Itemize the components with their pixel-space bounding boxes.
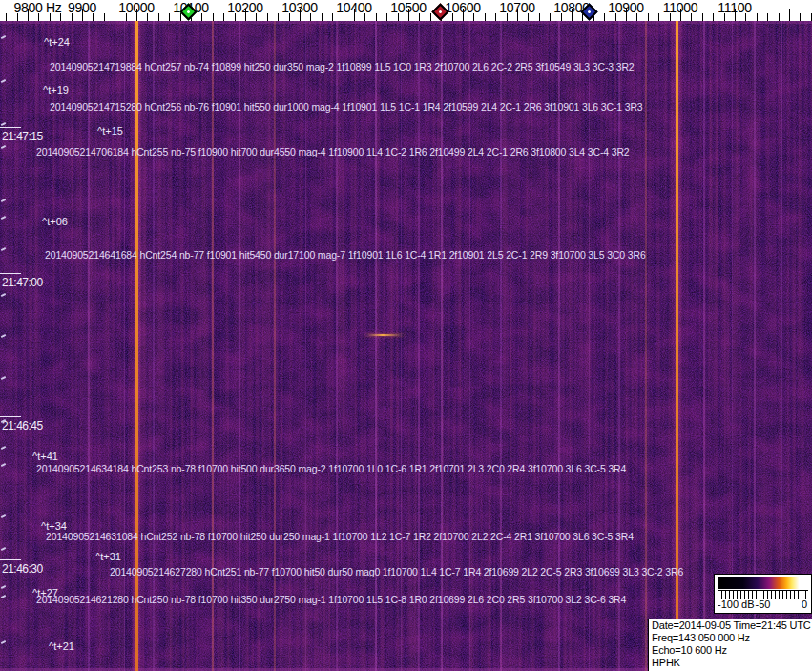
ruler-minor-tick xyxy=(322,13,323,21)
ruler-minor-tick xyxy=(713,13,714,21)
color-gradient-bar xyxy=(718,577,808,589)
noise-streak xyxy=(418,21,420,671)
info-date-time: Date=2014-09-05 Time=21:45 UTC xyxy=(652,619,812,632)
frequency-tick-label: 10900 xyxy=(608,0,643,15)
db-color-scale: -100 dB -50 0 xyxy=(714,574,812,614)
noise-streak xyxy=(274,21,276,671)
info-station: HPHK xyxy=(652,657,812,669)
frequency-ruler: 9800 Hz990010000101001020010300104001050… xyxy=(0,0,812,21)
ruler-major-tick xyxy=(789,9,790,21)
noise-streak xyxy=(239,21,240,671)
frequency-tick-label: 10700 xyxy=(499,0,534,15)
top-noise-band xyxy=(0,21,812,24)
ruler-minor-tick xyxy=(691,13,692,21)
noise-streak xyxy=(401,21,402,671)
ruler-minor-tick xyxy=(115,13,115,21)
ruler-minor-tick xyxy=(158,13,159,21)
frequency-tick-label: 10200 xyxy=(227,0,262,15)
ruler-minor-tick xyxy=(201,13,202,21)
noise-streak xyxy=(645,21,647,671)
noise-streak xyxy=(153,21,155,671)
noise-streak xyxy=(589,21,590,671)
ruler-minor-tick xyxy=(604,13,605,21)
carrier-line xyxy=(135,21,138,671)
ruler-minor-tick xyxy=(50,13,51,21)
ruler-minor-tick xyxy=(386,13,387,21)
frequency-tick-label: 11000 xyxy=(663,0,697,15)
noise-streak xyxy=(336,21,338,671)
ruler-minor-tick xyxy=(256,13,257,21)
noise-streak xyxy=(212,21,214,671)
ruler-minor-tick xyxy=(60,13,61,21)
db-label-max: 0 xyxy=(802,598,807,610)
info-echo: Echo=10 600 Hz xyxy=(652,644,812,657)
frequency-tick-label: 10400 xyxy=(336,0,371,15)
spectrogram-window: 9800 Hz990010000101001020010300104001050… xyxy=(0,0,812,671)
ruler-minor-tick xyxy=(213,13,214,21)
ruler-minor-tick xyxy=(485,13,486,21)
noise-streak xyxy=(305,21,306,671)
ruler-minor-tick xyxy=(376,13,377,21)
noise-streak xyxy=(124,21,125,671)
ruler-minor-tick xyxy=(6,13,7,21)
ruler-minor-tick xyxy=(745,13,746,21)
info-frequency: Freq=143 050 000 Hz xyxy=(652,632,812,644)
ruler-minor-tick xyxy=(757,13,758,21)
noise-streak xyxy=(500,21,502,671)
ruler-minor-tick xyxy=(364,13,365,21)
marker-center-dot xyxy=(438,10,442,13)
marker-center-dot xyxy=(587,10,591,13)
db-label-min: -100 dB xyxy=(718,598,755,610)
ruler-minor-tick xyxy=(419,13,420,21)
ruler-minor-tick xyxy=(278,13,279,21)
ruler-minor-tick xyxy=(550,13,551,21)
carrier-line xyxy=(676,21,678,671)
ruler-minor-tick xyxy=(473,13,474,21)
ruler-minor-tick xyxy=(539,13,540,21)
noise-streak xyxy=(703,21,705,671)
db-label-mid: -50 xyxy=(756,598,771,610)
ruler-minor-tick xyxy=(430,13,431,21)
noise-streak xyxy=(441,21,443,671)
noise-streak xyxy=(469,21,470,671)
spectrogram-canvas xyxy=(0,21,812,671)
ruler-minor-tick xyxy=(169,13,170,21)
noise-streak xyxy=(375,21,377,671)
ruler-minor-tick xyxy=(658,13,659,21)
noise-streak xyxy=(558,21,560,671)
ruler-minor-tick xyxy=(495,13,496,21)
ruler-minor-tick xyxy=(147,13,148,21)
noise-streak xyxy=(88,21,90,671)
ruler-minor-tick xyxy=(104,13,105,21)
ruler-minor-tick xyxy=(528,13,529,21)
ruler-minor-tick xyxy=(310,13,311,21)
ruler-minor-tick xyxy=(702,13,703,21)
noise-streak xyxy=(531,21,531,671)
color-scale-labels: -100 dB -50 0 xyxy=(718,598,808,611)
ruler-minor-tick xyxy=(38,13,39,21)
frequency-tick-label: 10000 xyxy=(118,0,154,15)
ruler-minor-tick xyxy=(332,13,333,21)
ruler-minor-tick xyxy=(800,13,801,21)
observation-info-box: Date=2014-09-05 Time=21:45 UTC Freq=143 … xyxy=(648,619,812,671)
meteor-echo-trace xyxy=(365,334,404,336)
ruler-minor-tick xyxy=(93,13,94,21)
frequency-tick-label: 10300 xyxy=(281,0,317,15)
frequency-tick-label: 10500 xyxy=(390,0,426,15)
ruler-minor-tick xyxy=(767,13,768,21)
noise-streak xyxy=(618,21,620,671)
marker-center-dot xyxy=(186,10,190,13)
ruler-minor-tick xyxy=(223,13,224,21)
ruler-minor-tick xyxy=(779,13,780,21)
frequency-tick-label: 10600 xyxy=(445,0,480,15)
ruler-minor-tick xyxy=(648,13,649,21)
ruler-minor-tick xyxy=(267,13,268,21)
ruler-minor-tick xyxy=(636,13,637,21)
spectrogram-noise xyxy=(0,21,812,671)
